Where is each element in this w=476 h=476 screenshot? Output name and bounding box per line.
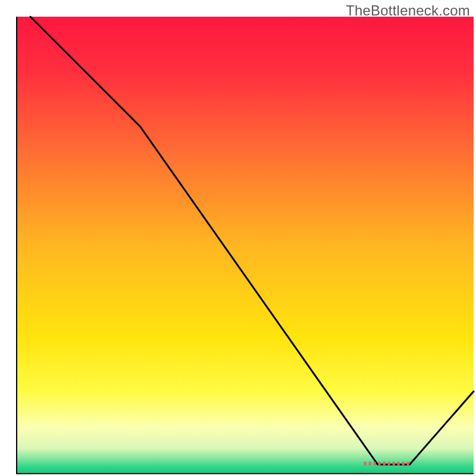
plot-background	[17, 17, 474, 474]
bottleneck-chart	[0, 0, 476, 476]
